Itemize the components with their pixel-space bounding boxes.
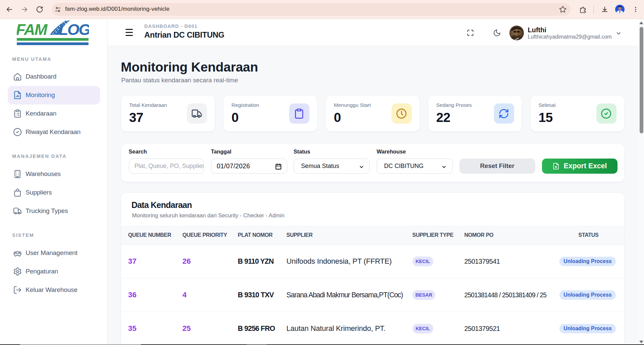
svg-text:LOG: LOG bbox=[59, 20, 89, 38]
svg-text:FAM: FAM bbox=[17, 20, 48, 38]
